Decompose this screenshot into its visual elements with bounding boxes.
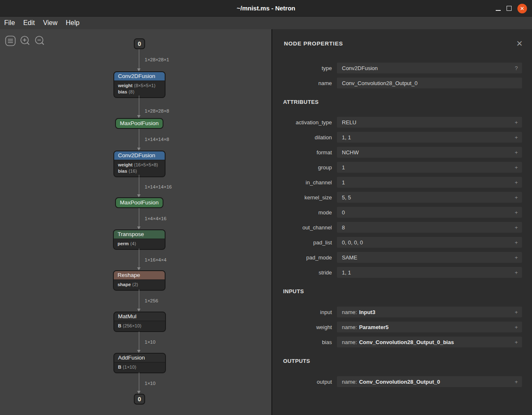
output-field[interactable]: name: Conv_Convolution28_Output_0 + <box>337 376 522 387</box>
zoom-in-icon[interactable] <box>20 35 30 46</box>
node-param[interactable]: B ⟨1×10⟩ <box>118 364 161 370</box>
expand-plus-icon[interactable]: + <box>511 254 518 261</box>
expand-plus-icon[interactable]: + <box>511 309 518 315</box>
edge-label: 1×14×14×16 <box>145 184 172 189</box>
type-value: Conv2DFusion <box>342 65 378 71</box>
expand-plus-icon[interactable]: + <box>511 149 518 156</box>
panel-close-icon[interactable]: ✕ <box>516 40 523 48</box>
input-field[interactable]: name: Input3 + <box>337 307 522 317</box>
name-prefix: name: <box>342 324 357 330</box>
graph-canvas[interactable]: 0 1×28×28×1 Conv2DFusion weight ⟨8×5×5×1… <box>0 29 271 415</box>
input-field[interactable]: name: Parameter5 + <box>337 322 522 332</box>
attribute-field[interactable]: 8 + <box>337 222 522 233</box>
attribute-field[interactable]: 1 + <box>337 177 522 188</box>
attribute-value: 1, 1 <box>342 269 351 276</box>
output-label: output <box>272 379 332 385</box>
menu-icon[interactable] <box>5 35 16 46</box>
maximize-button[interactable] <box>507 6 512 11</box>
node-reshape[interactable]: Reshape shape ⟨2⟩ <box>113 270 166 291</box>
attribute-field[interactable]: SAME + <box>337 252 522 263</box>
expand-plus-icon[interactable]: + <box>511 224 518 231</box>
name-field[interactable]: Conv_Convolution28_Output_0 <box>337 78 522 88</box>
input-value: Conv_Convolution28_Output_0_bias <box>359 339 454 345</box>
menu-help[interactable]: Help <box>62 19 84 27</box>
attribute-field[interactable]: 0 + <box>337 207 522 218</box>
attribute-row: format NCHW + <box>272 147 522 158</box>
attribute-value: 8 <box>342 224 345 231</box>
input-value: Input3 <box>359 309 375 315</box>
node-param[interactable]: shape ⟨2⟩ <box>118 282 161 288</box>
attribute-value: 1 <box>342 164 345 171</box>
node-title[interactable]: Conv2DFusion <box>114 151 165 160</box>
graph-output-node[interactable]: 0 <box>134 394 145 405</box>
expand-plus-icon[interactable]: + <box>511 194 518 201</box>
expand-plus-icon[interactable]: + <box>511 179 518 186</box>
node-addfusion[interactable]: AddFusion B ⟨1×10⟩ <box>113 353 166 373</box>
edge-line <box>139 96 139 115</box>
menu-edit[interactable]: Edit <box>19 19 39 27</box>
node-matmul[interactable]: MatMul B ⟨256×10⟩ <box>113 312 166 332</box>
node-maxpoolfusion-1[interactable]: MaxPoolFusion <box>115 118 163 129</box>
node-title[interactable]: MatMul <box>114 312 165 321</box>
menu-view[interactable]: View <box>39 19 61 27</box>
type-help-icon[interactable]: ? <box>512 65 518 71</box>
input-field[interactable]: name: Conv_Convolution28_Output_0_bias + <box>337 337 522 347</box>
arrow-down-icon <box>137 194 141 197</box>
graph-input-node[interactable]: 0 <box>134 38 145 49</box>
type-field[interactable]: Conv2DFusion ? <box>337 63 522 73</box>
edge-line <box>139 289 139 309</box>
attribute-field[interactable]: NCHW + <box>337 147 522 158</box>
node-param[interactable]: bias ⟨16⟩ <box>118 168 161 174</box>
attribute-field[interactable]: 1 + <box>337 162 522 173</box>
arrow-down-icon <box>137 148 141 151</box>
node-param[interactable]: bias ⟨8⟩ <box>118 89 161 95</box>
edge-label: 1×14×14×8 <box>145 137 169 142</box>
expand-plus-icon[interactable]: + <box>511 269 518 276</box>
expand-plus-icon[interactable]: + <box>511 339 518 345</box>
expand-plus-icon[interactable]: + <box>511 379 518 385</box>
attributes-section-title: ATTRIBUTES <box>272 98 532 106</box>
node-param[interactable]: weight ⟨8×5×5×1⟩ <box>118 83 161 89</box>
edge-label: 1×4×4×16 <box>145 216 166 221</box>
attribute-field[interactable]: RELU + <box>337 117 522 128</box>
attribute-field[interactable]: 0, 0, 0, 0 + <box>337 237 522 248</box>
node-title[interactable]: Transpose <box>114 230 165 239</box>
attribute-field[interactable]: 1, 1 + <box>337 132 522 143</box>
node-param[interactable]: weight ⟨16×5×5×8⟩ <box>118 162 161 168</box>
window-controls: ✕ <box>496 0 527 17</box>
minimize-button[interactable] <box>496 0 501 17</box>
menu-file[interactable]: File <box>0 19 19 27</box>
panel-title: NODE PROPERTIES <box>284 40 343 47</box>
node-params: perm ⟨4⟩ <box>114 239 165 249</box>
node-conv2dfusion-1[interactable]: Conv2DFusion weight ⟨8×5×5×1⟩ bias ⟨8⟩ <box>113 71 166 98</box>
edge-line <box>139 249 139 267</box>
close-button[interactable]: ✕ <box>517 4 527 13</box>
expand-plus-icon[interactable]: + <box>511 239 518 246</box>
arrow-down-icon <box>137 309 141 312</box>
attribute-value: RELU <box>342 119 356 126</box>
zoom-out-icon[interactable] <box>34 35 45 46</box>
arrow-down-icon <box>137 391 141 394</box>
edge-line <box>139 372 139 391</box>
expand-plus-icon[interactable]: + <box>511 134 518 141</box>
node-param[interactable]: perm ⟨4⟩ <box>118 241 161 247</box>
attribute-field[interactable]: 5, 5 + <box>337 192 522 203</box>
node-param[interactable]: B ⟨256×10⟩ <box>118 323 161 329</box>
property-row-name: name Conv_Convolution28_Output_0 <box>272 78 522 88</box>
expand-plus-icon[interactable]: + <box>511 164 518 171</box>
node-title[interactable]: Reshape <box>114 271 165 279</box>
node-title[interactable]: Conv2DFusion <box>114 72 165 80</box>
property-label: type <box>272 65 332 71</box>
node-transpose[interactable]: Transpose perm ⟨4⟩ <box>113 229 166 250</box>
node-conv2dfusion-2[interactable]: Conv2DFusion weight ⟨16×5×5×8⟩ bias ⟨16⟩ <box>113 151 166 177</box>
expand-plus-icon[interactable]: + <box>511 324 518 330</box>
attribute-row: activation_type RELU + <box>272 117 522 128</box>
attribute-field[interactable]: 1, 1 + <box>337 267 522 278</box>
node-title[interactable]: AddFusion <box>114 354 165 362</box>
attribute-label: format <box>272 149 332 156</box>
expand-plus-icon[interactable]: + <box>511 119 518 126</box>
node-maxpoolfusion-2[interactable]: MaxPoolFusion <box>115 197 163 208</box>
attribute-value: SAME <box>342 254 357 261</box>
expand-plus-icon[interactable]: + <box>511 209 518 216</box>
node-params: shape ⟨2⟩ <box>114 279 165 290</box>
